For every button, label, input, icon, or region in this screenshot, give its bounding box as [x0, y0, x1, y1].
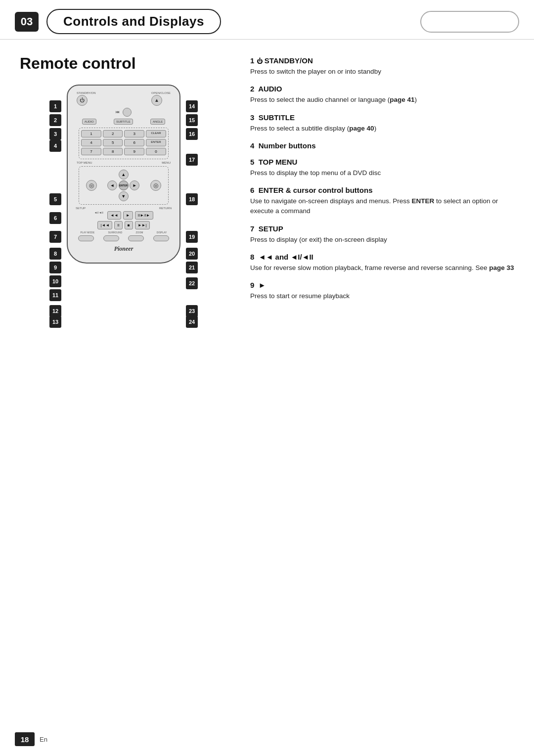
label-4: 4 [49, 140, 61, 152]
cursor-left[interactable]: ◄ [107, 180, 117, 190]
item-9-body: Press to start or resume playback [250, 291, 519, 301]
pause-btn[interactable]: II [114, 221, 122, 229]
play-mode-btn[interactable] [78, 235, 94, 241]
footer-language: En [40, 736, 47, 743]
item-2: 2 AUDIO Press to select the audio channe… [250, 85, 519, 105]
subtitle-button[interactable]: SUBTITLE [114, 119, 133, 125]
num-2[interactable]: 2 [103, 130, 123, 137]
label-8: 8 [49, 248, 61, 260]
num-8[interactable]: 8 [103, 148, 123, 155]
label-16: 16 [186, 128, 198, 140]
audio-button[interactable]: AUDIO [82, 119, 96, 125]
zoom-btn[interactable] [128, 235, 144, 241]
cursor-section: ◎ ▲ ◄ ENTER ► ▼ [79, 166, 169, 205]
stop-btn[interactable]: ■ [125, 221, 133, 229]
transport-row-1: ◄I/◄II ◄◄ ► II►/I► [74, 211, 174, 220]
label-10: 10 [49, 275, 61, 287]
item-7-body: Press to display (or exit) the on-screen… [250, 235, 519, 245]
label-17: 17 [186, 154, 198, 166]
label-20: 20 [186, 248, 198, 260]
label-2: 2 [49, 114, 61, 126]
label-7: 7 [49, 231, 61, 243]
standby-button[interactable]: ⏻ [77, 95, 88, 106]
item-6: 6 ENTER & cursor control buttons Use to … [250, 186, 519, 217]
item-5: 5 TOP MENU Press to display the top menu… [250, 158, 519, 178]
label-3: 3 [49, 128, 61, 140]
item-2-heading: 2 AUDIO [250, 85, 519, 93]
angle-button[interactable]: ANGLE [150, 119, 165, 125]
header-right-decoration [420, 11, 519, 33]
setup-label-remote: SETUP [76, 207, 86, 210]
play-btn[interactable]: ► [123, 211, 133, 220]
label-14: 14 [186, 100, 198, 112]
cursor-enter[interactable]: ENTER [119, 180, 129, 190]
fwd-scan-btn[interactable]: II►/I► [135, 211, 153, 220]
next-btn[interactable]: ►►| [135, 221, 150, 229]
setup-return-row: SETUP RETURN [74, 207, 174, 210]
num-6[interactable]: 6 [124, 139, 144, 146]
clear-button[interactable]: CLEAR [146, 130, 166, 137]
display-btn[interactable] [153, 235, 169, 241]
item-3-heading: 3 SUBTITLE [250, 113, 519, 122]
menu-label-remote: MENU [162, 161, 171, 164]
num-0[interactable]: 0 [146, 148, 166, 155]
page-number: 18 [15, 732, 35, 746]
item-1-heading: 1 ⏻ STANDBY/ON [250, 56, 519, 65]
item-7: 7 SETUP Press to display (or exit) the o… [250, 224, 519, 245]
chapter-number: 03 [15, 12, 39, 32]
label-1: 1 [49, 100, 61, 112]
return-label-remote: RETURN [159, 207, 172, 210]
label-21: 21 [186, 262, 198, 273]
item-6-body: Use to navigate on-screen displays and m… [250, 196, 519, 217]
page-header: 03 Controls and Displays [0, 0, 534, 40]
cursor-right[interactable]: ► [130, 180, 139, 190]
label-18: 18 [186, 193, 198, 205]
surround-btn[interactable] [103, 235, 119, 241]
label-13: 13 [49, 316, 61, 328]
item-8-body: Use for reverse slow motion playback, fr… [250, 263, 519, 273]
top-menu-label-remote: TOP MENU [77, 161, 92, 164]
num-3[interactable]: 3 [124, 130, 144, 137]
label-23: 23 [186, 305, 198, 317]
item-9-heading: 9 ► [250, 281, 519, 289]
page-content: Remote control 1 2 3 4 5 6 7 8 9 10 11 1… [0, 40, 534, 324]
number-keypad-section: 1 2 3 CLEAR 4 5 6 ENTER 7 8 9 0 [79, 128, 169, 159]
item-4: 4 Number buttons [250, 141, 519, 150]
transport-row-2: |◄◄ II ■ ►►| [74, 221, 174, 229]
item-1: 1 ⏻ STANDBY/ON Press to switch the playe… [250, 56, 519, 77]
label-9: 9 [49, 262, 61, 273]
enter-button[interactable]: ENTER [146, 139, 166, 146]
label-5: 5 [49, 193, 61, 205]
menu-btn[interactable]: ◎ [150, 180, 161, 191]
pioneer-logo: Pioneer [74, 245, 174, 253]
item-8: 8 ◄◄ and ◄I/◄II Use for reverse slow mot… [250, 253, 519, 273]
item-3: 3 SUBTITLE Press to select a subtitle di… [250, 113, 519, 133]
item-8-heading: 8 ◄◄ and ◄I/◄II [250, 253, 519, 261]
item-5-heading: 5 TOP MENU [250, 158, 519, 166]
cursor-up[interactable]: ▲ [119, 170, 129, 179]
bottom-labels-row: PLAY MODE SURROUND ZOOM DISPLAY [74, 231, 174, 234]
open-close-label: OPEN/CLOSE [151, 91, 171, 95]
label-6: 6 [49, 212, 61, 224]
right-column: 1 ⏻ STANDBY/ON Press to switch the playe… [232, 54, 519, 309]
open-close-button[interactable]: ▲ [151, 95, 162, 106]
cursor-down[interactable]: ▼ [119, 191, 129, 201]
num-9[interactable]: 9 [124, 148, 144, 155]
label-11: 11 [49, 289, 61, 301]
num-7[interactable]: 7 [81, 148, 101, 155]
item-9: 9 ► Press to start or resume playback [250, 281, 519, 301]
num-1[interactable]: 1 [81, 130, 101, 137]
item-1-body: Press to switch the player on or into st… [250, 67, 519, 77]
bottom-btn-row [74, 235, 174, 241]
item-2-body: Press to select the audio channel or lan… [250, 95, 519, 105]
page-footer: 18 En [0, 732, 534, 746]
rev-scan-btn[interactable]: ◄◄ [107, 211, 121, 220]
prev-btn[interactable]: |◄◄ [97, 221, 112, 229]
item-5-body: Press to display the top menu of a DVD d… [250, 168, 519, 178]
item-3-body: Press to select a subtitle display (page… [250, 124, 519, 133]
num-5[interactable]: 5 [103, 139, 123, 146]
top-menu-btn[interactable]: ◎ [86, 180, 97, 191]
num-4[interactable]: 4 [81, 139, 101, 146]
label-15: 15 [186, 114, 198, 126]
num-grid: 1 2 3 CLEAR 4 5 6 ENTER 7 8 9 0 [81, 130, 166, 155]
